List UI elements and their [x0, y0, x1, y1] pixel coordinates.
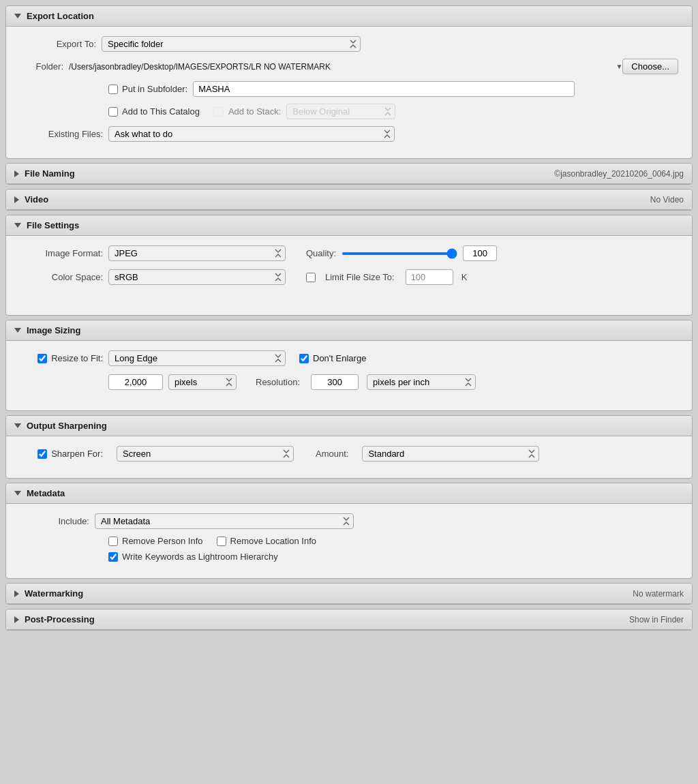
subfolder-input[interactable] — [193, 81, 575, 97]
watermarking-header[interactable]: Watermarking No watermark — [6, 584, 692, 604]
sharpen-for-checkbox[interactable] — [37, 449, 47, 459]
export-location-header[interactable]: Export Location — [6, 6, 692, 27]
remove-person-info-checkbox[interactable] — [108, 537, 118, 546]
export-location-title: Export Location — [27, 11, 94, 21]
remove-info-row: Remove Person Info Remove Location Info — [108, 536, 678, 546]
expand-icon — [14, 14, 21, 18]
include-row: Include: All Metadata — [20, 513, 678, 529]
export-to-select[interactable]: Specific folder — [102, 36, 361, 52]
sharpen-for-checkbox-label[interactable]: Sharpen For: — [20, 449, 108, 459]
image-format-select[interactable]: JPEG — [108, 245, 286, 261]
below-original-select: Below Original — [286, 104, 395, 119]
color-space-label: Color Space: — [20, 272, 108, 282]
resolution-unit-select[interactable]: pixels per inch — [367, 374, 476, 390]
resize-label-text: Resize to Fit: — [51, 353, 103, 363]
catalog-row: Add to This Catalog Add to Stack: Below … — [20, 104, 678, 119]
pixel-value-input[interactable] — [108, 374, 163, 390]
quality-label: Quality: — [306, 248, 336, 258]
metadata-header[interactable]: Metadata — [6, 483, 692, 504]
write-keywords-label[interactable]: Write Keywords as Lightroom Hierarchy — [108, 552, 678, 562]
resize-fit-select[interactable]: Long Edge — [108, 350, 286, 366]
image-format-row: Image Format: JPEG Quality: — [20, 245, 678, 261]
file-settings-panel: File Settings Image Format: JPEG Quality… — [5, 215, 693, 316]
sharpen-for-label-text: Sharpen For: — [51, 449, 103, 459]
amount-label: Amount: — [316, 449, 348, 459]
file-naming-info: ©jasonbradley_20210206_0064.jpg — [554, 169, 684, 179]
color-space-select[interactable]: sRGB — [108, 269, 286, 285]
file-naming-panel: File Naming ©jasonbradley_20210206_0064.… — [5, 163, 693, 185]
add-to-stack-container: Add to Stack: Below Original — [213, 104, 395, 119]
file-size-unit: K — [461, 272, 468, 282]
video-header[interactable]: Video No Video — [6, 190, 692, 210]
watermarking-info: No watermark — [633, 589, 684, 599]
subfolder-checkbox[interactable] — [108, 85, 118, 94]
choose-button[interactable]: Choose... — [622, 59, 678, 74]
file-settings-title: File Settings — [27, 220, 79, 230]
add-to-catalog-checkbox[interactable] — [108, 107, 118, 117]
post-processing-header[interactable]: Post-Processing Show in Finder — [6, 609, 692, 630]
dont-enlarge-checkbox[interactable] — [299, 354, 309, 363]
sharpen-for-select[interactable]: Screen — [117, 446, 294, 462]
post-processing-title: Post-Processing — [25, 614, 95, 624]
resolution-label: Resolution: — [256, 377, 300, 387]
subfolder-checkbox-label[interactable]: Put in Subfolder: — [108, 84, 187, 94]
export-location-body: Export To: Specific folder Folder: /User… — [6, 27, 692, 158]
include-label: Include: — [20, 516, 95, 526]
add-to-stack-checkbox — [213, 107, 223, 117]
image-sizing-body: Resize to Fit: Long Edge Don't Enlarge p… — [6, 341, 692, 410]
metadata-panel: Metadata Include: All Metadata Remove Pe… — [5, 483, 693, 579]
image-sizing-header[interactable]: Image Sizing — [6, 320, 692, 341]
resize-checkbox[interactable] — [37, 354, 47, 363]
pixel-row: pixels Resolution: pixels per inch — [20, 374, 678, 390]
video-panel: Video No Video — [5, 189, 693, 211]
limit-file-size-checkbox[interactable] — [306, 273, 316, 282]
post-processing-info: Show in Finder — [629, 615, 684, 624]
remove-location-info-checkbox[interactable] — [217, 537, 226, 546]
write-keywords-checkbox[interactable] — [108, 552, 118, 562]
pixel-unit-select[interactable]: pixels — [168, 374, 237, 390]
output-sharpening-body: Sharpen For: Screen Amount: Standard — [6, 436, 692, 478]
dont-enlarge-container: Don't Enlarge — [299, 353, 366, 363]
quality-slider[interactable] — [342, 252, 457, 255]
sharpening-row: Sharpen For: Screen Amount: Standard — [20, 446, 678, 462]
remove-location-info-label[interactable]: Remove Location Info — [217, 536, 316, 546]
image-format-label: Image Format: — [20, 248, 108, 258]
write-keywords-text: Write Keywords as Lightroom Hierarchy — [122, 552, 278, 562]
quality-input[interactable] — [463, 245, 497, 261]
expand-icon — [14, 491, 21, 496]
expand-icon — [14, 170, 19, 177]
video-info: No Video — [650, 195, 684, 205]
existing-files-row: Existing Files: Ask what to do — [20, 126, 678, 142]
file-naming-header[interactable]: File Naming ©jasonbradley_20210206_0064.… — [6, 164, 692, 184]
resize-checkbox-label[interactable]: Resize to Fit: — [20, 353, 108, 363]
amount-select[interactable]: Standard — [362, 446, 539, 462]
limit-file-row: Limit File Size To: K — [306, 269, 467, 285]
existing-files-select[interactable]: Ask what to do — [108, 126, 395, 142]
output-sharpening-panel: Output Sharpening Sharpen For: Screen Am… — [5, 415, 693, 479]
export-to-label: Export To: — [20, 39, 102, 49]
export-location-panel: Export Location Export To: Specific fold… — [5, 5, 693, 159]
folder-path-container: /Users/jasonbradley/Desktop/IMAGES/EXPOR… — [69, 62, 622, 72]
resize-row: Resize to Fit: Long Edge Don't Enlarge — [20, 350, 678, 366]
metadata-body: Include: All Metadata Remove Person Info… — [6, 504, 692, 578]
metadata-title: Metadata — [27, 488, 65, 498]
expand-icon — [14, 196, 19, 203]
output-sharpening-header[interactable]: Output Sharpening — [6, 416, 692, 436]
limit-file-size-label: Limit File Size To: — [325, 272, 395, 282]
write-keywords-row: Write Keywords as Lightroom Hierarchy — [108, 552, 678, 562]
folder-dropdown-icon[interactable]: ▼ — [616, 63, 622, 70]
file-naming-title: File Naming — [25, 168, 75, 179]
folder-label: Folder: — [20, 61, 69, 72]
file-settings-body: Image Format: JPEG Quality: Color Space:… — [6, 236, 692, 315]
resolution-input[interactable] — [311, 374, 359, 390]
file-settings-header[interactable]: File Settings — [6, 215, 692, 236]
remove-location-info-text: Remove Location Info — [230, 536, 316, 546]
quality-slider-container — [342, 245, 497, 261]
remove-person-info-label[interactable]: Remove Person Info — [108, 536, 203, 546]
post-processing-panel: Post-Processing Show in Finder — [5, 609, 693, 631]
expand-icon — [14, 223, 21, 228]
color-space-row: Color Space: sRGB Limit File Size To: K — [20, 269, 678, 285]
add-to-catalog-label[interactable]: Add to This Catalog — [108, 106, 200, 117]
include-select[interactable]: All Metadata — [95, 513, 354, 529]
folder-path-text: /Users/jasonbradley/Desktop/IMAGES/EXPOR… — [69, 62, 610, 72]
